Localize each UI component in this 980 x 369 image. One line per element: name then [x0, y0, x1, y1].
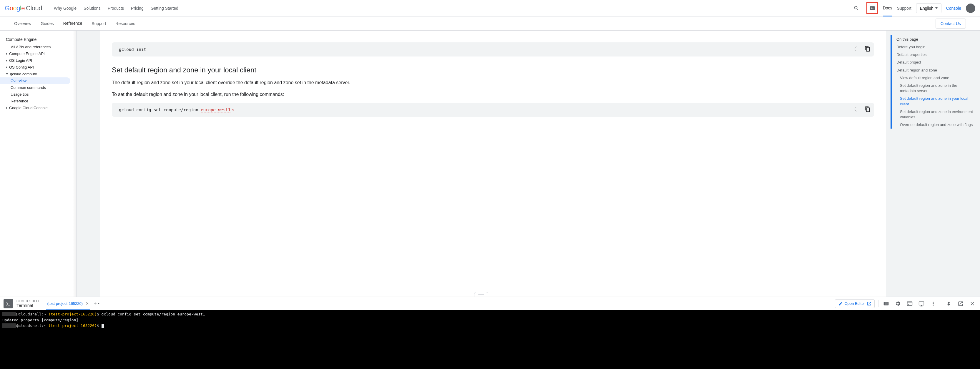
terminal[interactable]: @cloudshell:~ (test-project-165220)$ gcl… — [0, 310, 980, 369]
sidebar-item[interactable]: gcloud compute — [0, 71, 76, 77]
left-sidebar[interactable]: Compute Engine All APIs and referencesCo… — [0, 30, 76, 297]
shell-label: Terminal — [16, 303, 40, 308]
sidebar-item-label: Common commands — [11, 85, 46, 90]
sidebar-item[interactable]: Compute Engine API — [0, 50, 76, 57]
language-label: English — [920, 6, 934, 11]
web-preview-icon[interactable] — [905, 299, 914, 308]
resize-handle[interactable] — [474, 292, 488, 297]
section-heading: Set default region and zone in your loca… — [112, 66, 874, 74]
nav-why-google[interactable]: Why Google — [54, 6, 76, 11]
toc-item[interactable]: Set default region and zone in your loca… — [896, 95, 973, 108]
shell-label-small: CLOUD SHELL — [16, 299, 40, 303]
edit-icon[interactable]: ✎ — [232, 107, 234, 112]
subnav-reference[interactable]: Reference — [63, 17, 83, 30]
contact-us-button[interactable]: Contact Us — [935, 19, 966, 29]
chevron-right-icon — [6, 107, 7, 109]
chevron-down-icon — [935, 7, 938, 9]
cloud-shell-logo-icon — [3, 299, 13, 309]
nav-products[interactable]: Products — [108, 6, 124, 11]
right-sidebar: On this page Before you beginDefault pro… — [886, 30, 980, 297]
open-editor-label: Open Editor — [845, 301, 865, 306]
code-text: gcloud init — [119, 47, 146, 52]
sidebar-item-label: Compute Engine API — [9, 51, 45, 56]
plus-icon: + — [94, 301, 97, 307]
table-of-contents: On this page Before you beginDefault pro… — [891, 35, 973, 129]
subnav-resources[interactable]: Resources — [115, 17, 135, 30]
support-link[interactable]: Support — [897, 6, 912, 11]
minimize-icon[interactable] — [945, 299, 953, 308]
shell-tab-label: (test-project-165220) — [47, 301, 83, 306]
toc-item[interactable]: Before you begin — [896, 43, 973, 51]
terminal-line: @cloudshell:~ (test-project-165220)$ — [2, 323, 978, 329]
chevron-right-icon — [6, 66, 7, 68]
sub-nav: Overview Guides Reference Support Resour… — [0, 16, 980, 30]
shell-titles: CLOUD SHELL Terminal — [16, 299, 40, 308]
sidebar-item[interactable]: Google Cloud Console — [0, 105, 76, 111]
sidebar-title: Compute Engine — [0, 35, 76, 43]
sidebar-item[interactable]: OS Login API — [0, 57, 76, 64]
copy-icon[interactable] — [864, 45, 872, 53]
shell-tab[interactable]: (test-project-165220) ✕ — [46, 298, 90, 310]
chevron-down-icon — [6, 73, 8, 75]
sidebar-item-label: gcloud compute — [10, 72, 37, 76]
display-icon[interactable] — [917, 299, 926, 308]
open-new-window-icon[interactable] — [956, 299, 965, 308]
nav-solutions[interactable]: Solutions — [84, 6, 101, 11]
toc-item[interactable]: Default properties — [896, 51, 973, 59]
google-cloud-logo[interactable]: GoogleCloud — [5, 5, 42, 12]
add-tab-button[interactable]: + — [94, 301, 100, 307]
cloud-shell-header: CLOUD SHELL Terminal (test-project-16522… — [0, 297, 980, 310]
sidebar-item[interactable]: OS Config API — [0, 64, 76, 71]
close-icon[interactable] — [968, 299, 977, 308]
sidebar-item-label: Overview — [11, 79, 27, 83]
copy-icon[interactable] — [864, 105, 872, 113]
theme-icon[interactable] — [853, 105, 861, 113]
toc-item[interactable]: Set default region and zone in the metad… — [896, 82, 973, 95]
terminal-line: Updated property [compute/region]. — [2, 317, 978, 323]
sidebar-item[interactable]: Reference — [0, 98, 76, 105]
sidebar-item-label: OS Config API — [9, 65, 34, 70]
sidebar-item[interactable]: Overview — [0, 77, 70, 84]
cloud-shell-icon[interactable] — [866, 2, 878, 14]
sidebar-item[interactable]: All APIs and references — [0, 43, 76, 50]
divider — [941, 300, 941, 307]
header-right: Docs Support English Console — [851, 2, 975, 14]
open-editor-button[interactable]: Open Editor — [835, 299, 875, 308]
gear-icon[interactable] — [894, 299, 902, 308]
close-icon[interactable]: ✕ — [86, 301, 89, 306]
subnav-support[interactable]: Support — [92, 17, 106, 30]
top-nav: Why Google Solutions Products Pricing Ge… — [54, 6, 851, 11]
keyboard-icon[interactable] — [882, 299, 890, 308]
sidebar-item-label: Google Cloud Console — [9, 106, 48, 110]
theme-icon[interactable] — [853, 45, 861, 53]
sidebar-item[interactable]: Common commands — [0, 84, 76, 91]
code-block-init: gcloud init — [112, 42, 874, 57]
article-content[interactable]: gcloud init Set default region and zone … — [76, 30, 886, 297]
code-block-region: gcloud config set compute/region europe-… — [112, 103, 874, 117]
code-text: gcloud config set compute/region — [119, 107, 201, 112]
docs-link[interactable]: Docs — [883, 6, 892, 16]
sidebar-item-label: Reference — [11, 99, 28, 103]
sidebar-item-label: OS Login API — [9, 58, 32, 63]
subnav-overview[interactable]: Overview — [14, 17, 31, 30]
subnav-guides[interactable]: Guides — [41, 17, 54, 30]
main-content: Compute Engine All APIs and referencesCo… — [0, 30, 980, 297]
toc-item[interactable]: View default region and zone — [896, 74, 973, 82]
code-variable[interactable]: europe-west1 — [201, 107, 231, 112]
chevron-down-icon — [97, 303, 100, 304]
sidebar-item-label: All APIs and references — [11, 45, 51, 49]
nav-pricing[interactable]: Pricing — [131, 6, 144, 11]
nav-getting-started[interactable]: Getting Started — [151, 6, 178, 11]
console-link[interactable]: Console — [946, 6, 961, 11]
toc-item[interactable]: Set default region and zone in environme… — [896, 108, 973, 121]
more-icon[interactable] — [929, 299, 937, 308]
toc-item[interactable]: Override default region and zone with fl… — [896, 121, 973, 129]
avatar[interactable] — [966, 3, 975, 13]
language-selector[interactable]: English — [916, 3, 942, 13]
divider — [878, 300, 878, 307]
sidebar-item[interactable]: Usage tips — [0, 91, 76, 98]
chevron-right-icon — [6, 52, 7, 55]
toc-item[interactable]: Default project — [896, 59, 973, 66]
search-icon[interactable] — [851, 3, 862, 14]
toc-item[interactable]: Default region and zone — [896, 67, 973, 74]
